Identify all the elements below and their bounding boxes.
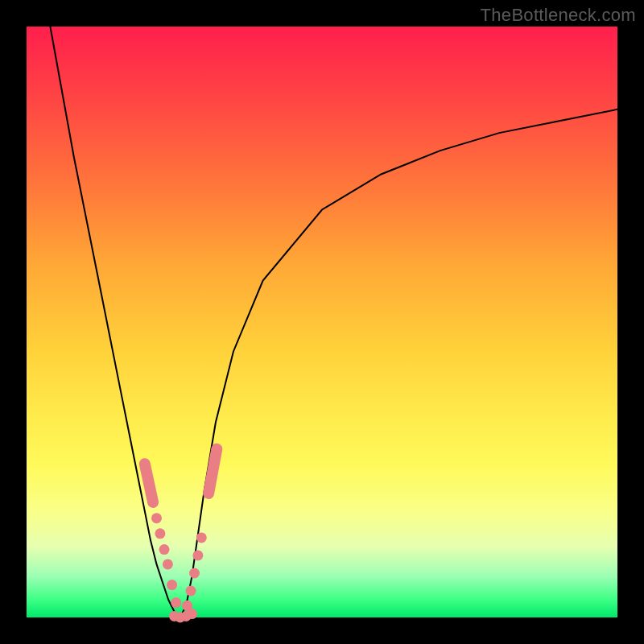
bead-capsule bbox=[145, 464, 153, 502]
bead-icon bbox=[159, 544, 170, 555]
bead-icon bbox=[192, 550, 203, 560]
right-curve bbox=[180, 109, 617, 617]
bead-icon bbox=[196, 532, 207, 543]
watermark-text: TheBottleneck.com bbox=[481, 5, 636, 26]
bead-icon bbox=[151, 513, 162, 523]
plot-area bbox=[27, 27, 617, 617]
chart-svg bbox=[27, 27, 617, 617]
bead-icon bbox=[167, 580, 177, 590]
bead-icon bbox=[189, 568, 200, 579]
bead-icon bbox=[155, 528, 165, 539]
bead-icon bbox=[171, 597, 181, 608]
chart-frame: TheBottleneck.com bbox=[0, 0, 644, 644]
bead-icon bbox=[187, 609, 197, 619]
beads-group bbox=[145, 449, 217, 623]
bead-icon bbox=[186, 586, 196, 597]
bead-icon bbox=[163, 559, 173, 569]
